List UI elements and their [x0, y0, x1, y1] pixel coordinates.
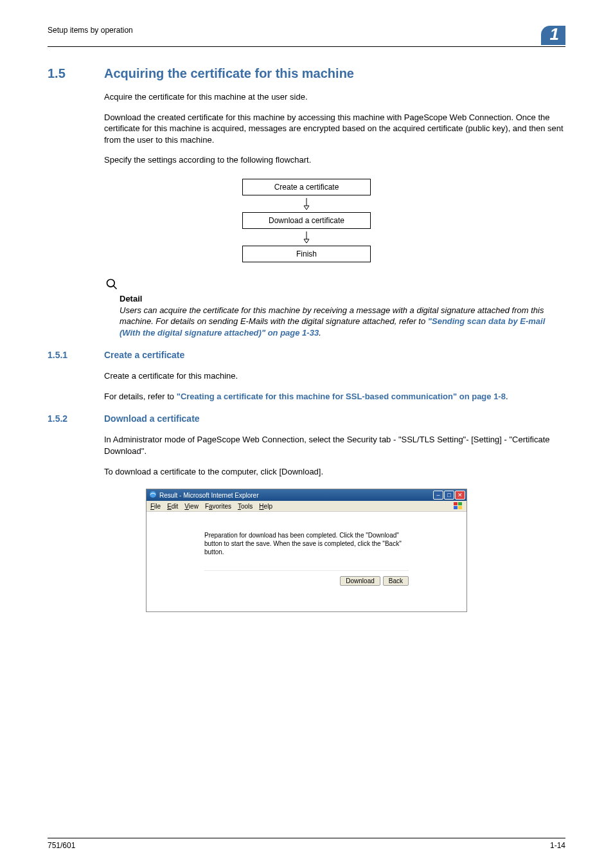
- svg-marker-3: [304, 239, 309, 243]
- minimize-button[interactable]: –: [433, 491, 443, 500]
- window-titlebar: Result - Microsoft Internet Explorer – □…: [147, 489, 466, 501]
- browser-menubar: File Edit View Favorites Tools Help: [147, 501, 466, 512]
- menu-file[interactable]: File: [150, 503, 161, 510]
- subsection-title: Download a certificate: [104, 413, 200, 424]
- download-message: Preparation for download has been comple…: [204, 531, 409, 556]
- download-button[interactable]: Download: [340, 576, 380, 586]
- subsection-title: Create a certificate: [104, 350, 184, 360]
- chapter-number-badge: 1: [541, 26, 565, 45]
- svg-rect-10: [458, 506, 462, 509]
- detail-paragraph: Users can acquire the certificate for th…: [120, 305, 565, 339]
- paragraph: Acquire the certificate for this machine…: [104, 91, 565, 103]
- subsection-number: 1.5.2: [48, 413, 104, 424]
- svg-rect-8: [458, 502, 462, 505]
- browser-screenshot: Result - Microsoft Internet Explorer – □…: [146, 489, 467, 612]
- svg-rect-9: [454, 506, 458, 509]
- svg-rect-7: [454, 502, 458, 505]
- flow-arrow-icon: [242, 195, 371, 212]
- ie-logo-icon: [149, 491, 157, 500]
- subsection-number: 1.5.1: [48, 350, 104, 360]
- text: For details, refer to: [104, 392, 177, 401]
- paragraph: In Administrator mode of PageScope Web C…: [104, 434, 565, 457]
- svg-point-4: [107, 279, 115, 287]
- menu-favorites[interactable]: Favorites: [205, 503, 231, 510]
- flow-step-download: Download a certificate: [242, 212, 371, 229]
- paragraph: Download the created certificate for thi…: [104, 112, 565, 146]
- menu-tools[interactable]: Tools: [238, 503, 253, 510]
- magnifier-icon: [105, 278, 565, 293]
- svg-line-5: [114, 285, 117, 289]
- menu-help[interactable]: Help: [259, 503, 272, 510]
- paragraph: Create a certificate for this machine.: [104, 370, 565, 382]
- back-button[interactable]: Back: [383, 576, 409, 586]
- close-button[interactable]: ✕: [455, 491, 465, 500]
- footer-model: 751/601: [48, 841, 75, 850]
- menu-edit[interactable]: Edit: [167, 503, 178, 510]
- svg-marker-1: [304, 206, 309, 210]
- paragraph: Specify the settings according to the fo…: [104, 154, 565, 166]
- paragraph: For details, refer to "Creating a certif…: [104, 391, 565, 402]
- paragraph: To download a certificate to the compute…: [104, 466, 565, 478]
- menu-view[interactable]: View: [184, 503, 199, 510]
- text: .: [506, 392, 508, 401]
- crossref-link[interactable]: "Creating a certificate for this machine…: [177, 392, 506, 401]
- flow-step-create: Create a certificate: [242, 179, 371, 195]
- section-title: Acquiring the certificate for this machi…: [104, 66, 354, 81]
- detail-period: .: [319, 328, 321, 338]
- flow-step-finish: Finish: [242, 246, 371, 262]
- maximize-button[interactable]: □: [444, 491, 454, 500]
- flow-arrow-icon: [242, 229, 371, 246]
- window-title: Result - Microsoft Internet Explorer: [159, 492, 259, 499]
- running-header: Setup items by operation: [48, 26, 133, 35]
- windows-flag-icon: [454, 502, 463, 510]
- detail-heading: Detail: [120, 294, 565, 303]
- footer-page-number: 1-14: [550, 841, 565, 850]
- section-number: 1.5: [48, 66, 104, 81]
- flowchart: Create a certificate Download a certific…: [242, 179, 371, 262]
